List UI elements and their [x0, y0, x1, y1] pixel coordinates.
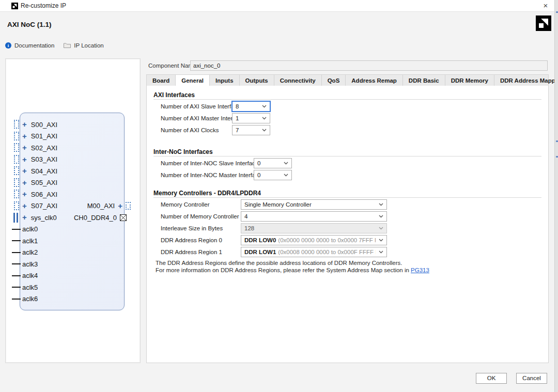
ok-button[interactable]: OK — [476, 373, 507, 384]
ddr-note-line1: The DDR Address Regions define the possi… — [156, 260, 402, 266]
close-icon[interactable]: × — [540, 1, 551, 11]
port-ch0-ddr4-0[interactable]: CH0_DDR4_0 — [74, 212, 127, 223]
interface-pin-icon — [126, 202, 131, 210]
port-sys-clk0[interactable]: +sys_clk0 — [22, 212, 57, 223]
expand-plus-icon[interactable]: + — [22, 201, 27, 211]
field-label: Interleave Size in Bytes — [161, 225, 223, 231]
form-row: Interleave Size in Bytes — [161, 223, 223, 233]
field-label: Number of AXI Slave Interfaces — [161, 103, 243, 109]
tab-outputs[interactable]: Outputs — [240, 75, 274, 86]
pin-aclk0[interactable]: aclk0 — [22, 224, 38, 235]
axi-slave-interfaces-select[interactable]: 8 — [232, 101, 270, 112]
clock-stub-icon — [12, 299, 21, 300]
port-label: S07_AXI — [31, 202, 57, 210]
port-s07-axi[interactable]: +S07_AXI — [22, 200, 57, 212]
screen-edge-strip — [554, 0, 558, 392]
port-label: S02_AXI — [31, 144, 57, 152]
pin-label: aclk2 — [22, 248, 38, 256]
axi-clocks-select[interactable]: 7 — [232, 125, 270, 135]
select-value: 128 — [244, 225, 376, 231]
clock-stub-icon — [12, 240, 21, 241]
interface-pin-icon — [14, 132, 19, 140]
page-title: AXI NoC (1.1) — [7, 21, 52, 28]
tab-board[interactable]: Board — [147, 75, 176, 86]
port-s06-axi[interactable]: +S06_AXI — [22, 189, 57, 200]
tab-general[interactable]: General — [176, 75, 210, 86]
interleave-size-select: 128 — [241, 223, 387, 233]
pin-aclk2[interactable]: aclk2 — [22, 247, 38, 258]
form-row: DDR Address Region 0 — [161, 235, 222, 245]
interface-pin-icon — [14, 143, 19, 152]
pin-label: aclk1 — [22, 237, 38, 245]
memory-controller-ports-select[interactable]: 4 — [241, 211, 387, 222]
tab-address-remap[interactable]: Address Remap — [346, 75, 403, 86]
chevron-down-icon — [379, 227, 383, 230]
port-label: S03_AXI — [31, 155, 57, 163]
pin-aclk3[interactable]: aclk3 — [22, 258, 38, 270]
ddr-address-region-0-select[interactable]: DDR LOW0 (0x0000 0000 0000 to 0x0000 7FF… — [241, 235, 387, 245]
interface-pin-icon — [14, 190, 19, 198]
interface-pin-icon — [14, 120, 19, 129]
expand-plus-icon[interactable]: + — [22, 166, 27, 176]
chevron-down-icon — [379, 250, 383, 254]
port-label: S01_AXI — [31, 132, 57, 140]
tab-ddr-memory[interactable]: DDR Memory — [445, 75, 494, 86]
port-s03-axi[interactable]: +S03_AXI — [22, 154, 57, 165]
expand-plus-icon[interactable]: + — [22, 178, 27, 188]
tab-ddr-address-mapping[interactable]: DDR Address Mapping — [494, 75, 558, 86]
chevron-down-icon — [284, 162, 288, 165]
port-s02-axi[interactable]: +S02_AXI — [22, 142, 57, 153]
expand-plus-icon[interactable]: + — [22, 143, 27, 153]
interface-pin-icon — [14, 201, 19, 210]
field-label: Number of Inter-NOC Master Interfaces — [161, 172, 265, 178]
ip-location-link[interactable]: IP Location — [74, 42, 103, 49]
expand-plus-icon[interactable]: + — [22, 189, 27, 199]
expand-plus-icon[interactable]: + — [22, 212, 27, 223]
port-label: sys_clk0 — [31, 214, 57, 222]
inter-noc-slave-select[interactable]: 0 — [254, 158, 292, 168]
pg313-link[interactable]: PG313 — [411, 267, 429, 273]
expand-plus-icon[interactable]: + — [22, 119, 27, 130]
pin-label: aclk4 — [22, 272, 38, 279]
memory-controller-select[interactable]: Single Memory Controller — [241, 199, 387, 210]
select-value-detail: (0x0000 0000 0000 to 0x0000 7FFF FFFF; 2… — [278, 237, 376, 243]
port-label: S06_AXI — [31, 191, 57, 198]
cancel-button[interactable]: Cancel — [516, 373, 547, 384]
port-s04-axi[interactable]: +S04_AXI — [22, 165, 57, 177]
chevron-down-icon — [262, 129, 267, 132]
pin-aclk1[interactable]: aclk1 — [22, 235, 38, 246]
port-s05-axi[interactable]: +S05_AXI — [22, 177, 57, 189]
tab-bar: Board General Inputs Outputs Connectivit… — [146, 74, 549, 86]
select-value: 0 — [257, 160, 281, 166]
expand-plus-icon[interactable]: + — [118, 201, 122, 211]
port-s00-axi[interactable]: +S00_AXI — [22, 119, 57, 130]
tab-inputs[interactable]: Inputs — [210, 75, 240, 86]
boxed-x-pin-icon — [120, 214, 127, 221]
section-title-axi-interfaces: AXI Interfaces — [153, 91, 195, 99]
ddr-address-region-1-select[interactable]: DDR LOW1 (0x0008 0000 0000 to 0x000F FFF… — [241, 247, 387, 257]
tab-connectivity[interactable]: Connectivity — [274, 75, 322, 86]
port-s01-axi[interactable]: +S01_AXI — [22, 131, 57, 142]
section-title-inter-noc: Inter-NoC Interfaces — [153, 148, 213, 155]
form-row: Number of AXI Slave Interfaces — [161, 101, 243, 112]
expand-plus-icon[interactable]: + — [22, 154, 27, 165]
tab-ddr-basic[interactable]: DDR Basic — [403, 75, 445, 86]
select-value: 7 — [236, 127, 259, 133]
chevron-down-icon — [379, 203, 383, 206]
general-tab-panel: AXI Interfaces Number of AXI Slave Inter… — [146, 86, 549, 363]
chevron-down-icon — [262, 105, 267, 108]
tab-qos[interactable]: QoS — [322, 75, 346, 86]
clock-stub-icon — [12, 263, 21, 264]
expand-plus-icon[interactable]: + — [22, 131, 27, 142]
pin-aclk4[interactable]: aclk4 — [22, 270, 38, 281]
port-m00-axi[interactable]: M00_AXI + — [87, 200, 131, 212]
documentation-link[interactable]: Documentation — [14, 42, 54, 49]
component-name-field[interactable]: axi_noc_0 — [190, 60, 548, 71]
inter-noc-master-select[interactable]: 0 — [254, 170, 292, 180]
pin-aclk6[interactable]: aclk6 — [22, 293, 38, 305]
field-label: DDR Address Region 0 — [161, 237, 222, 243]
axi-master-interfaces-select[interactable]: 1 — [232, 113, 270, 123]
clock-pin-icon — [13, 213, 19, 223]
field-label: Number of Inter-NOC Slave Interfaces — [161, 160, 261, 166]
pin-aclk5[interactable]: aclk5 — [22, 281, 38, 293]
